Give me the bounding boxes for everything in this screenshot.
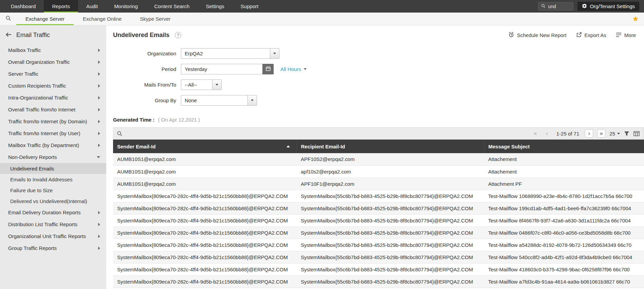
table-search-icon[interactable] — [117, 131, 123, 137]
subnav-tab-exchange-online[interactable]: Exchange Online — [74, 13, 131, 25]
sidebar-item-label: Mailbox Traffic (by Department) — [8, 142, 79, 148]
sidebar-item-organizational-unit-traffic-reports[interactable]: Organizational Unit Traffic Reports — [0, 230, 106, 242]
back-arrow-icon — [5, 32, 12, 39]
subnav-tab-skype-server[interactable]: Skype Server — [131, 13, 180, 25]
table-row[interactable]: SystemMailbox{809eca70-282c-4ff4-9d5b-b2… — [113, 227, 644, 239]
sidebar-item-traffic-from-to-internet-by-domain[interactable]: Traffic from/to Internet (by Domain) — [0, 115, 106, 127]
previous-page-button[interactable]: ‹ — [543, 129, 551, 138]
table-row[interactable]: AUMB10S1@erpqa2.comAPF10F1@erpqa2.comAtt… — [113, 178, 644, 190]
period-input[interactable]: Yesterday — [181, 64, 262, 74]
sidebar-item-label: Traffic from/to Internet (by Domain) — [8, 119, 87, 124]
topnav-tab-settings[interactable]: Settings — [198, 0, 232, 13]
table-row[interactable]: SystemMailbox{809eca70-282c-4ff4-9d5b-b2… — [113, 251, 644, 263]
sidebar-item-mailbox-traffic-by-department[interactable]: Mailbox Traffic (by Department) — [0, 139, 106, 151]
topnav-tab-content-search[interactable]: Content Search — [146, 0, 198, 13]
sidebar-back[interactable]: Email Traffic — [0, 25, 106, 44]
page-size-select[interactable]: 25 — [609, 131, 620, 137]
sidebar-item-non-delivery-reports[interactable]: Non-Delivery Reports — [0, 151, 106, 163]
mails-from-to-dropdown-button[interactable] — [212, 80, 221, 90]
chevron-right-icon — [98, 108, 100, 111]
group-by-dropdown-button[interactable] — [247, 95, 257, 105]
table-row[interactable]: SystemMailbox{809eca70-282c-4ff4-9d5b-b2… — [113, 190, 644, 202]
sidebar-item-overall-organization-traffic[interactable]: Overall Organization Traffic — [0, 56, 106, 68]
group-by-select[interactable]: None — [181, 95, 257, 106]
topnav-tab-dashboard[interactable]: Dashboard — [3, 0, 44, 13]
favorite-star-icon[interactable] — [632, 16, 639, 22]
column-header-recipient-email-id[interactable]: Recipient Email-Id — [297, 140, 484, 153]
topnav-tab-audit[interactable]: Audit — [78, 0, 106, 13]
table-wrap: Sender Email-IdRecipient Email-IdMessage… — [113, 140, 644, 289]
sidebar-item-overall-traffic-from-to-internet[interactable]: Overall Traffic from/to Internet — [0, 104, 106, 115]
table-row[interactable]: AUMB10S1@erpqa2.comapf10s2@erpqa2.comAtt… — [113, 165, 644, 178]
list-icon — [616, 32, 622, 38]
column-header-message-subject[interactable]: Message Subject — [484, 140, 644, 153]
global-search-input[interactable]: und — [538, 2, 573, 11]
column-chooser-icon[interactable] — [633, 131, 640, 136]
sidebar-item-custom-recipients-traffic[interactable]: Custom Recipients Traffic — [0, 80, 106, 92]
chevron-right-icon — [98, 60, 100, 64]
cell-recipient-email-id: APF10S2@erpqa2.com — [297, 153, 484, 165]
sidebar-item-delivered-vs-undelivered-internal[interactable]: Delivered vs Undelivered(Internal) — [0, 196, 106, 206]
more-button[interactable]: More — [616, 32, 636, 38]
table-row[interactable]: SystemMailbox{809eca70-282c-4ff4-9d5b-b2… — [113, 239, 644, 251]
last-page-button[interactable]: » — [597, 129, 605, 138]
sidebar-title: Email Traffic — [16, 32, 50, 39]
table-row[interactable]: AUMB10S1@erpqa2.comAPF10S2@erpqa2.comAtt… — [113, 153, 644, 165]
cell-recipient-email-id: apf10s2@erpqa2.com — [297, 165, 484, 178]
calendar-button[interactable] — [262, 64, 274, 74]
topnav-tab-monitoring[interactable]: Monitoring — [106, 0, 146, 13]
subnav-tab-exchange-server[interactable]: Exchange Server — [16, 13, 74, 25]
topnav-tab-reports[interactable]: Reports — [44, 0, 78, 13]
help-icon[interactable]: ? — [175, 32, 181, 38]
sidebar-item-distribution-list-traffic-reports[interactable]: Distribution List Traffic Reports — [0, 218, 106, 230]
next-page-button[interactable]: › — [585, 129, 593, 138]
sidebar-item-email-delivery-duration-reports[interactable]: Email Delivery Duration Reports — [0, 206, 106, 218]
sidebar-item-failure-due-to-size[interactable]: Failure due to Size — [0, 185, 106, 196]
topnav-right: und Org/Tenant Settings — [538, 0, 644, 13]
sidebar-item-group-traffic-reports[interactable]: Group Traffic Reports — [0, 242, 106, 254]
calendar-icon — [265, 66, 271, 73]
organization-select[interactable]: ErpQA2 — [181, 48, 279, 59]
column-header-sender-email-id[interactable]: Sender Email-Id — [113, 140, 297, 153]
all-hours-filter-link[interactable]: All Hours — [280, 66, 307, 72]
cell-sender-email-id: AUMB10S1@erpqa2.com — [113, 153, 297, 165]
cell-recipient-email-id: SystemMailbox{55c6b7bd-b883-4525-b29b-8f… — [297, 239, 484, 251]
chevron-right-icon — [98, 96, 100, 100]
sidebar-item-server-traffic[interactable]: Server Traffic — [0, 68, 106, 80]
table-row[interactable]: SystemMailbox{809eca70-282c-4ff4-9d5b-b2… — [113, 263, 644, 275]
schedule-new-report-button[interactable]: Schedule New Report — [508, 32, 567, 39]
export-as-button[interactable]: Export As — [576, 32, 606, 39]
cell-message-subject: Attachment PF — [484, 178, 644, 190]
topnav-tab-support[interactable]: Support — [233, 0, 267, 13]
more-label: More — [624, 32, 636, 38]
chevron-down-icon — [97, 156, 100, 158]
filter-icon[interactable] — [624, 131, 629, 136]
sidebar-item-mailbox-traffic[interactable]: Mailbox Traffic — [0, 44, 106, 56]
cell-sender-email-id: SystemMailbox{809eca70-282c-4ff4-9d5b-b2… — [113, 275, 297, 288]
mails-from-to-select[interactable]: --All-- — [181, 79, 222, 90]
sidebar-item-label: Email Delivery Duration Reports — [8, 210, 80, 215]
sidebar-item-label: Organizational Unit Traffic Reports — [8, 233, 86, 239]
table-row[interactable]: SystemMailbox{809eca70-282c-4ff4-9d5b-b2… — [113, 275, 644, 288]
sidebar-item-traffic-from-to-internet-by-user[interactable]: Traffic from/to Internet (by User) — [0, 127, 106, 139]
table-row[interactable]: SystemMailbox{809eca70-282c-4ff4-9d5b-b2… — [113, 202, 644, 214]
app-window: DashboardReportsAuditMonitoringContent S… — [0, 0, 644, 289]
report-search-button[interactable] — [0, 13, 16, 25]
search-icon — [5, 15, 11, 22]
cell-sender-email-id: AUMB10S1@erpqa2.com — [113, 165, 297, 178]
organization-label: Organization — [113, 51, 181, 56]
organization-dropdown-button[interactable] — [270, 49, 279, 58]
organization-row: Organization ErpQA2 — [113, 48, 644, 59]
first-page-button[interactable]: « — [532, 129, 539, 138]
sidebar-item-emails-to-invalid-addresses[interactable]: Emails to Invalid Addresses — [0, 174, 106, 185]
cell-message-subject: Test-Mailflow 8f4667f8-93f7-42a6-a630-3d… — [484, 214, 644, 227]
cell-sender-email-id: SystemMailbox{809eca70-282c-4ff4-9d5b-b2… — [113, 214, 297, 227]
table-row[interactable]: SystemMailbox{809eca70-282c-4ff4-9d5b-b2… — [113, 214, 644, 227]
sidebar-item-label: Server Traffic — [8, 71, 38, 77]
report-header: Undelivered Emails ? Schedule New Report… — [113, 32, 644, 43]
cell-recipient-email-id: SystemMailbox{55c6b7bd-b883-4525-b29b-8f… — [297, 202, 484, 214]
sidebar-item-undelivered-emails[interactable]: Undelivered Emails — [0, 163, 106, 174]
subnav-right — [632, 13, 644, 25]
org-tenant-settings-button[interactable]: Org/Tenant Settings — [577, 2, 639, 11]
sidebar-item-intra-organizational-traffic[interactable]: Intra-Organizational Traffic — [0, 92, 106, 104]
